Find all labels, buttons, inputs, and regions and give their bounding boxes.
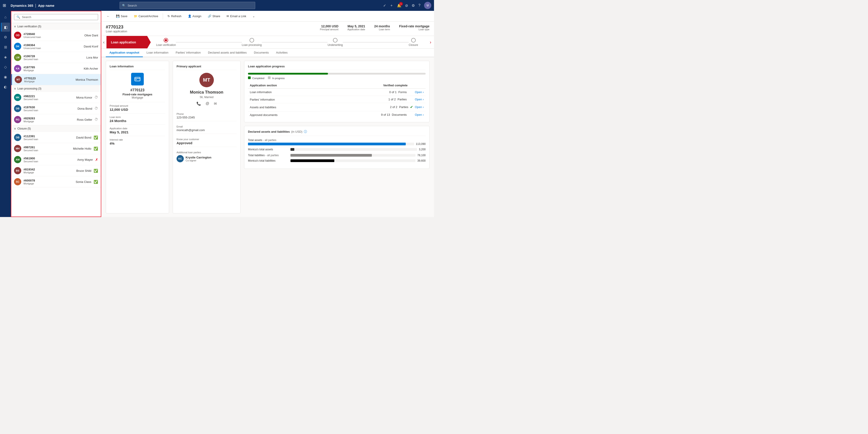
bell-icon[interactable]: 🔔 1 [397, 3, 401, 8]
stage-circle [411, 38, 416, 42]
waffle-icon[interactable]: ⊞ [3, 3, 6, 8]
sidebar-home-icon[interactable]: ⌂ [1, 13, 10, 22]
avatar: MT [15, 76, 22, 83]
list-item[interactable]: DB #197630 Secured loan Dona Bond ⏱ [11, 103, 101, 114]
sidebar-settings1-icon[interactable]: ⚙ [1, 33, 10, 41]
process-stage-active[interactable]: Loan application [106, 36, 147, 49]
cosigner-avatar: KC [177, 155, 184, 162]
circle-check-icon[interactable]: ✓ [383, 3, 386, 8]
process-stage-underwriting[interactable]: Underwriting [328, 38, 343, 46]
share-icon: 🔗 [208, 14, 211, 18]
list-item[interactable]: MK #982221 Secured loan Mona Konor ⏱ [11, 92, 101, 103]
meta-loan-type-label: Loan type [399, 28, 430, 31]
section-loan-processing[interactable]: ∨ Loan processing (3) [11, 85, 101, 92]
total-liabilities-bar-fill [290, 154, 372, 157]
email-button[interactable]: ✉ Email a Link [224, 13, 249, 19]
avatar: KA [14, 65, 21, 72]
verified-assets: 2 of 2 Parties ✔ Open › [320, 103, 426, 111]
open-loan-info-link[interactable]: Open › [415, 90, 424, 94]
liabilities-section: Total liabilities - all parties 78,100 [248, 154, 426, 162]
avatar: SC [14, 178, 21, 185]
filter-icon[interactable]: ⊘ [405, 3, 408, 8]
loan-info-title: Loan information [110, 65, 165, 70]
list-item[interactable]: LM #106728 Secured loan Lora Mor [11, 52, 101, 63]
list-item[interactable]: DB #112391 Secured loan David Bond ✅ [11, 132, 101, 143]
list-item-info: #197765 Mortgage [24, 66, 81, 72]
list-item[interactable]: AM #561900 Secured loan Anny Mayer ✗ [11, 154, 101, 165]
list-item[interactable]: SC #600078 Mortgage Sonia Class ✅ [11, 176, 101, 187]
back-button[interactable]: ← [104, 13, 112, 19]
verified-docs: 9 of 13 Documents Open › [320, 111, 426, 118]
help-icon[interactable]: ? [418, 3, 421, 7]
list-item[interactable]: KA #197765 Mortgage Kith Archer [11, 63, 101, 74]
process-stages: Loan verification Loan processing Underw… [147, 38, 427, 46]
list-search-container: 🔍 Search [11, 11, 101, 23]
total-assets-bar-row: Total assets - all parties [248, 138, 426, 146]
list-item-info: #982221 Secured loan [24, 94, 74, 101]
sidebar-settings4-icon[interactable]: ◇ [1, 62, 10, 71]
refresh-button[interactable]: ↻ Refresh [165, 13, 184, 19]
process-stage-processing[interactable]: Loan processing [242, 38, 262, 46]
tab-application-snapshot[interactable]: Application snapshot [106, 49, 143, 57]
right-panel: Loan application progress Completed In p… [244, 61, 430, 213]
assign-button[interactable]: 👤 Assign [185, 13, 204, 19]
settings-icon[interactable]: ⚙ [412, 3, 415, 8]
monicas-liabilities-value: 39,600 [417, 159, 426, 162]
process-stage-closure[interactable]: Closure [409, 38, 418, 46]
list-item-name: Anny Mayer [77, 158, 93, 161]
tab-parties-information[interactable]: Parties' information [172, 49, 204, 57]
list-item-type: Secured loan [24, 98, 74, 101]
tab-loan-information[interactable]: Loan information [143, 49, 172, 57]
stage-line [176, 42, 242, 42]
tab-activities[interactable]: Activities [272, 49, 291, 57]
monicas-assets-value: 3,200 [419, 148, 426, 151]
progress-title: Loan application progress [248, 65, 426, 70]
open-docs-link[interactable]: Open › [415, 113, 424, 116]
list-item[interactable]: BS #819342 Mortgage Bruce Shild ✅ [11, 165, 101, 176]
list-item[interactable]: MH #997261 Secured loan Michelle Hollo ✅ [11, 143, 101, 154]
section-closure[interactable]: ∨ Closure (5) [11, 125, 101, 132]
cancel-button[interactable]: 📁 Cancel/Archive [131, 13, 161, 19]
process-next-arrow[interactable]: › [427, 39, 434, 45]
sidebar-settings5-icon[interactable]: ◉ [1, 72, 10, 81]
meta-loan-term: 24 months Loan term [374, 24, 390, 31]
open-assets-link[interactable]: Open › [415, 105, 424, 109]
global-search[interactable]: 🔍 Search [120, 2, 255, 9]
user-avatar[interactable]: U [424, 2, 431, 9]
sidebar-settings3-icon[interactable]: ◈ [1, 53, 10, 61]
brand-separator: | [35, 3, 36, 8]
sidebar-settings2-icon[interactable]: ⊞ [1, 42, 10, 52]
list-item-id: #106728 [24, 55, 84, 58]
process-back-arrow[interactable]: ‹ [101, 39, 106, 45]
total-liabilities-bar-row: Total liabilities - all parties 78,100 [248, 154, 426, 157]
phone-label: Phone [177, 113, 237, 115]
more-button[interactable]: ⌄ [250, 13, 258, 19]
chevron-down-icon: ⌄ [252, 14, 255, 18]
tab-documents[interactable]: Documents [250, 49, 272, 57]
list-item[interactable]: DK #198364 Unsecured loan David Konf [11, 41, 101, 52]
list-item[interactable]: RG #829263 Mortgage Ross Geller ⏱ [11, 114, 101, 125]
total-assets-bar-fill [248, 143, 406, 145]
save-button[interactable]: 💾 Save [113, 13, 130, 19]
mail-icon[interactable]: ✉ [214, 101, 217, 106]
list-item[interactable]: OD #728940 Unsecured loan Olive Dant [11, 30, 101, 41]
list-search-field[interactable]: 🔍 Search [14, 14, 98, 20]
process-stage-verification[interactable]: Loan verification [156, 38, 176, 46]
email-icon[interactable]: @ [206, 101, 209, 106]
plus-icon[interactable]: ＋ [390, 3, 393, 8]
section-loan-verification[interactable]: ∨ Loan verification (5) [11, 23, 101, 30]
avatar: DB [14, 105, 21, 112]
email-field-row: Email monicath@gmail.com [177, 121, 237, 134]
tab-declared-assets[interactable]: Declared assets and liabilities [204, 49, 250, 57]
share-button[interactable]: 🔗 Share [205, 13, 223, 19]
sidebar-settings6-icon[interactable]: ◐ [1, 82, 10, 91]
monicas-liabilities-bar-fill [290, 159, 334, 162]
list-panel: 🔍 Search ∨ Loan verification (5) OD #728… [11, 11, 101, 217]
list-item-selected[interactable]: MT #770123 Mortgage Monica Thomson [11, 74, 101, 85]
open-parties-link[interactable]: Open › [415, 98, 424, 101]
sidebar-recent-icon[interactable]: ◧ [1, 23, 10, 32]
loan-info-card: Loan information #770123 Fixed-rate mort… [106, 61, 169, 213]
list-item-id: #728940 [24, 32, 82, 36]
phone-icon[interactable]: 📞 [196, 101, 201, 106]
meta-principal: 12,000 USD Principal amount [320, 24, 338, 31]
